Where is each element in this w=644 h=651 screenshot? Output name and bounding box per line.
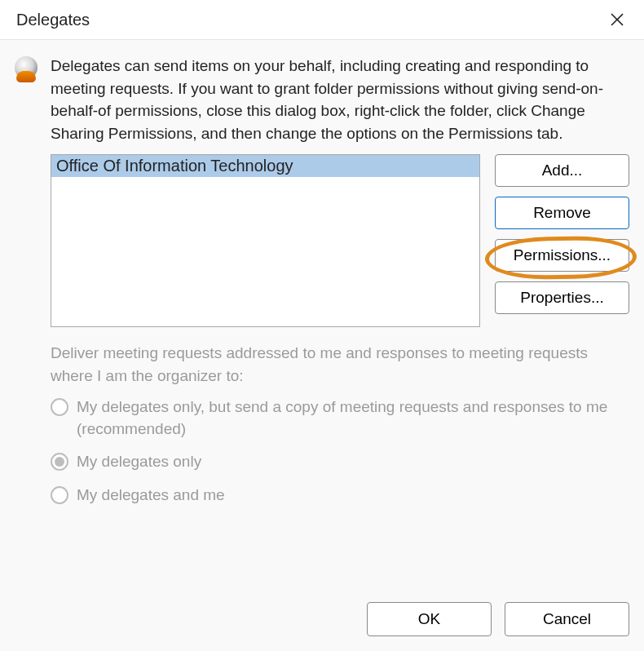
dialog-content: Delegates can send items on your behalf,… <box>0 39 644 651</box>
remove-button[interactable]: Remove <box>495 197 629 229</box>
radio-delegates-only[interactable] <box>51 453 68 471</box>
ok-button[interactable]: OK <box>367 602 492 636</box>
close-icon <box>610 12 624 27</box>
radio-row-3: My delegates and me <box>51 485 629 507</box>
properties-button[interactable]: Properties... <box>495 281 629 314</box>
radio-label-2: My delegates only <box>77 451 201 473</box>
icon-column <box>15 55 39 651</box>
titlebar: Delegates <box>0 0 644 39</box>
radio-delegates-copy[interactable] <box>51 398 68 416</box>
main-column: Delegates can send items on your behalf,… <box>51 55 629 651</box>
add-button[interactable]: Add... <box>495 154 629 187</box>
close-button[interactable] <box>602 7 633 32</box>
permissions-button[interactable]: Permissions... <box>495 239 629 272</box>
description-text: Delegates can send items on your behalf,… <box>51 55 629 144</box>
delivery-radio-group: My delegates only, but send a copy of me… <box>51 396 629 517</box>
cancel-button[interactable]: Cancel <box>505 602 629 636</box>
radio-label-1: My delegates only, but send a copy of me… <box>77 396 629 440</box>
dialog-title: Delegates <box>16 11 90 29</box>
radio-row-1: My delegates only, but send a copy of me… <box>51 396 629 440</box>
list-row: Office Of Information Technology Add... … <box>51 154 629 327</box>
radio-row-2: My delegates only <box>51 451 629 473</box>
list-item[interactable]: Office Of Information Technology <box>51 155 479 177</box>
radio-label-3: My delegates and me <box>77 485 225 507</box>
delivery-section-label: Deliver meeting requests addressed to me… <box>51 342 629 387</box>
footer-buttons: OK Cancel <box>367 602 629 636</box>
button-column: Add... Remove Permissions... Properties.… <box>495 154 629 327</box>
radio-delegates-and-me[interactable] <box>51 486 68 504</box>
delegate-user-icon <box>15 56 37 79</box>
delegates-listbox[interactable]: Office Of Information Technology <box>51 154 480 327</box>
